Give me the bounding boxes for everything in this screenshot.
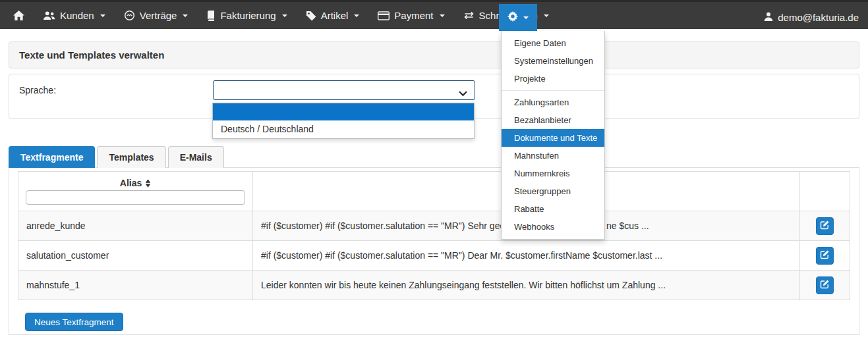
edit-icon xyxy=(820,279,830,291)
menu-item-nummernkreis[interactable]: Nummernkreis xyxy=(502,165,604,182)
tab-content-panel: Alias anrede_kunde #if ($customer) #if (… xyxy=(9,167,859,335)
nav-item-artikel[interactable]: Artikel xyxy=(297,2,369,29)
menu-item-zahlungsarten[interactable]: Zahlungsarten xyxy=(502,93,604,111)
nav-item-payment[interactable]: Payment xyxy=(368,2,453,29)
user-email-label: demo@fakturia.de xyxy=(778,12,859,23)
text-fragment-preview-tail: ne $cus ... xyxy=(606,221,649,231)
language-label: Sprache: xyxy=(19,85,56,95)
alias-column-label: Alias xyxy=(120,178,142,188)
tag-icon xyxy=(306,11,316,21)
nav-item-vertraege[interactable]: Verträge xyxy=(115,2,198,29)
book-icon xyxy=(206,11,216,21)
edit-button[interactable] xyxy=(816,276,834,294)
tab-emails[interactable]: E-Mails xyxy=(168,146,224,168)
caret-down-icon xyxy=(183,14,188,17)
caret-down-icon xyxy=(544,14,549,17)
caret-down-icon xyxy=(354,14,359,17)
nav-item-kunden[interactable]: Kunden xyxy=(34,2,115,29)
chevron-down-icon xyxy=(459,88,467,99)
column-header-alias[interactable]: Alias xyxy=(18,172,252,189)
settings-dropdown-menu: Eigene Daten Systemeinstellungen Projekt… xyxy=(501,31,605,240)
credit-card-icon xyxy=(378,11,390,20)
tab-bar: Textfragmente Templates E-Mails xyxy=(9,146,226,168)
caret-down-icon xyxy=(100,14,105,17)
edit-icon xyxy=(820,220,830,232)
menu-item-projekte[interactable]: Projekte xyxy=(502,70,604,88)
text-cell: #if ($customer) #if ($customer.salutatio… xyxy=(253,241,800,270)
menu-item-dokumente-und-texte[interactable]: Dokumente und Texte xyxy=(502,129,604,147)
menu-item-bezahlanbieter[interactable]: Bezahlanbieter xyxy=(502,111,604,129)
sort-icon xyxy=(145,179,151,188)
settings-menu-button[interactable]: Eigene Daten Systemeinstellungen Projekt… xyxy=(499,4,537,31)
nav-item-label: Kunden xyxy=(60,10,94,21)
home-nav-item[interactable] xyxy=(0,2,34,29)
caret-down-icon xyxy=(282,14,287,17)
table-row: mahnstufe_1 Leider konnten wir bis heute… xyxy=(18,270,850,300)
language-option-empty[interactable] xyxy=(213,103,474,120)
user-account-menu[interactable]: demo@fakturia.de xyxy=(764,4,859,31)
text-fragment-preview: #if ($customer) #if ($customer.salutatio… xyxy=(261,250,662,261)
alias-cell: mahnstufe_1 xyxy=(18,271,253,300)
actions-column-header xyxy=(800,172,850,211)
page-title-panel: Texte und Templates verwalten xyxy=(9,41,859,68)
exchange-icon xyxy=(463,11,475,20)
user-icon xyxy=(764,12,773,23)
menu-item-steuergruppen[interactable]: Steuergruppen xyxy=(502,182,604,200)
new-textfragment-button[interactable]: Neues Textfragment xyxy=(25,313,123,331)
nav-item-label: Fakturierung xyxy=(220,10,275,21)
top-navbar: Kunden Verträge Fakturierung Artikel xyxy=(0,0,868,29)
alias-cell: salutation_customer xyxy=(18,241,253,270)
text-fragment-preview: Leider konnten wir bis heute keinen Zahl… xyxy=(261,280,666,290)
table-row: anrede_kunde #if ($customer) #if ($custo… xyxy=(18,211,850,240)
gear-icon xyxy=(507,11,518,24)
text-cell: Leider konnten wir bis heute keinen Zahl… xyxy=(253,271,800,300)
table-row: salutation_customer #if ($customer) #if … xyxy=(18,240,850,270)
home-icon xyxy=(13,11,24,20)
tab-templates[interactable]: Templates xyxy=(97,146,165,168)
language-select[interactable] xyxy=(213,80,475,100)
tab-textfragmente[interactable]: Textfragmente xyxy=(9,146,95,168)
menu-item-webhooks[interactable]: Webhooks xyxy=(502,218,604,236)
textfragment-table: Alias anrede_kunde #if ($customer) #if (… xyxy=(18,171,850,300)
page-title: Texte und Templates verwalten xyxy=(19,49,164,61)
alias-cell: anrede_kunde xyxy=(18,211,253,240)
menu-item-rabatte[interactable]: Rabatte xyxy=(502,200,604,218)
language-option-deutsch[interactable]: Deutsch / Deutschland xyxy=(213,120,474,138)
handshake-icon xyxy=(124,10,135,21)
nav-item-fakturierung[interactable]: Fakturierung xyxy=(197,2,296,29)
users-icon xyxy=(43,11,55,20)
menu-item-systemeinstellungen[interactable]: Systemeinstellungen xyxy=(502,52,604,70)
nav-item-label: Verträge xyxy=(140,10,177,21)
edit-icon xyxy=(820,249,830,261)
nav-item-label: Payment xyxy=(394,10,433,21)
text-fragment-preview: #if ($customer) #if ($customer.salutatio… xyxy=(261,221,516,231)
edit-button[interactable] xyxy=(816,217,834,235)
caret-down-icon xyxy=(440,14,445,17)
caret-down-icon xyxy=(523,16,529,19)
nav-item-label: Artikel xyxy=(321,10,349,21)
app-window: Kunden Verträge Fakturierung Artikel xyxy=(0,0,868,339)
menu-item-eigene-daten[interactable]: Eigene Daten xyxy=(502,34,604,52)
alias-filter-input[interactable] xyxy=(26,190,245,205)
menu-divider xyxy=(502,90,604,91)
edit-button[interactable] xyxy=(816,247,834,265)
table-header-row: Alias xyxy=(18,172,850,211)
menu-item-mahnstufen[interactable]: Mahnstufen xyxy=(502,147,604,165)
language-options-list: Deutsch / Deutschland xyxy=(212,103,475,139)
